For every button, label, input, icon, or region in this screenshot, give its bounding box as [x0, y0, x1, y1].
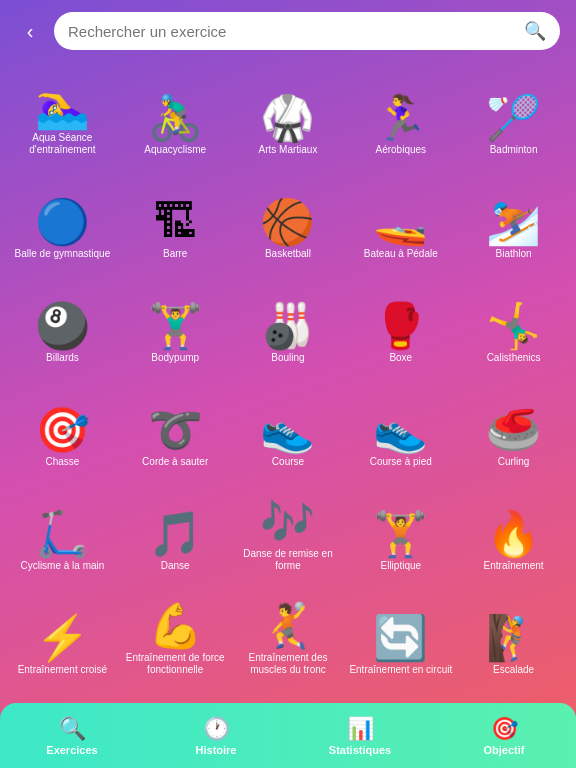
exercise-emoji: 🤾 — [260, 604, 315, 648]
exercise-label: Barre — [163, 248, 187, 260]
exercise-cell[interactable]: 🛴Cyclisme à la main — [8, 478, 117, 578]
exercise-cell[interactable]: ➰Corde à sauter — [121, 374, 230, 474]
exercise-emoji: 🧗 — [486, 616, 541, 660]
header: ‹ 🔍 — [0, 0, 576, 58]
exercise-emoji: 🚴‍♂️ — [148, 96, 203, 140]
exercise-label: Entraînement des muscles du tronc — [236, 652, 341, 676]
exercise-emoji: ⚡ — [35, 616, 90, 660]
exercise-emoji: 💪 — [148, 604, 203, 648]
exercise-label: Danse de remise en forme — [236, 548, 341, 572]
exercise-emoji: 🥊 — [373, 304, 428, 348]
nav-label-exercices: Exercices — [46, 744, 97, 756]
exercise-emoji: 🏸 — [486, 96, 541, 140]
exercise-label: Cyclisme à la main — [20, 560, 104, 572]
exercise-cell[interactable]: 🏋️‍♂️Bodypump — [121, 270, 230, 370]
exercise-label: Boxe — [389, 352, 412, 364]
bottom-navigation: 🔍Exercices🕐Histoire📊Statistiques🎯Objecti… — [0, 703, 576, 768]
exercise-label: Entraînement croisé — [18, 664, 108, 676]
exercise-cell[interactable]: 👟Course à pied — [346, 374, 455, 474]
exercise-label: Curling — [498, 456, 530, 468]
search-bar: 🔍 — [54, 12, 560, 50]
exercise-emoji: 🏗 — [153, 200, 197, 244]
exercise-emoji: 🔥 — [486, 512, 541, 556]
exercise-emoji: 🎳 — [260, 304, 315, 348]
exercise-grid: 🏊‍♀️Aqua Séance d'entraînement🚴‍♂️Aquacy… — [8, 62, 568, 682]
exercise-cell[interactable]: 🎯Chasse — [8, 374, 117, 474]
nav-icon-objectif: 🎯 — [491, 716, 518, 742]
nav-label-histoire: Histoire — [196, 744, 237, 756]
exercise-emoji: 🎱 — [35, 304, 90, 348]
exercise-emoji: 🏋️‍♂️ — [148, 304, 203, 348]
exercise-cell[interactable]: 🏗Barre — [121, 166, 230, 266]
nav-icon-exercices: 🔍 — [59, 716, 86, 742]
nav-item-exercices[interactable]: 🔍Exercices — [0, 716, 144, 756]
nav-item-objectif[interactable]: 🎯Objectif — [432, 716, 576, 756]
exercise-emoji: 🥌 — [486, 408, 541, 452]
exercise-emoji: 🏀 — [260, 200, 315, 244]
nav-label-objectif: Objectif — [484, 744, 525, 756]
exercise-emoji: 🏃‍♀️ — [373, 96, 428, 140]
exercise-emoji: 🎶 — [260, 500, 315, 544]
search-icon: 🔍 — [524, 20, 546, 42]
exercise-cell[interactable]: 🤾Entraînement des muscles du tronc — [234, 582, 343, 682]
exercise-label: Entraînement en circuit — [349, 664, 452, 676]
exercise-cell[interactable]: 🏀Basketball — [234, 166, 343, 266]
exercise-label: Billards — [46, 352, 79, 364]
exercise-cell[interactable]: 🏊‍♀️Aqua Séance d'entraînement — [8, 62, 117, 162]
exercise-cell[interactable]: ⛷️Biathlon — [459, 166, 568, 266]
exercise-label: Arts Martiaux — [259, 144, 318, 156]
exercise-label: Badminton — [490, 144, 538, 156]
exercise-label: Bateau à Pédale — [364, 248, 438, 260]
nav-label-statistiques: Statistiques — [329, 744, 391, 756]
exercise-label: Danse — [161, 560, 190, 572]
exercise-cell[interactable]: 🤸‍♂️Calisthenics — [459, 270, 568, 370]
exercise-emoji: 🏋️ — [373, 512, 428, 556]
exercise-label: Balle de gymnastique — [15, 248, 111, 260]
exercise-emoji: ⛷️ — [486, 200, 541, 244]
exercise-label: Aquacyclisme — [144, 144, 206, 156]
exercise-cell[interactable]: 🚤Bateau à Pédale — [346, 166, 455, 266]
exercise-cell[interactable]: 🥊Boxe — [346, 270, 455, 370]
exercise-cell[interactable]: 🎱Billards — [8, 270, 117, 370]
nav-item-histoire[interactable]: 🕐Histoire — [144, 716, 288, 756]
exercise-emoji: 👟 — [373, 408, 428, 452]
exercise-cell[interactable]: 🔵Balle de gymnastique — [8, 166, 117, 266]
exercise-label: Course — [272, 456, 304, 468]
exercise-label: Corde à sauter — [142, 456, 208, 468]
exercise-label: Bodypump — [151, 352, 199, 364]
exercise-emoji: 🥋 — [260, 96, 315, 140]
exercise-label: Bouling — [271, 352, 304, 364]
exercise-label: Elliptique — [380, 560, 421, 572]
nav-icon-statistiques: 📊 — [347, 716, 374, 742]
exercise-cell[interactable]: 🔥Entraînement — [459, 478, 568, 578]
exercise-emoji: 🛴 — [35, 512, 90, 556]
nav-item-statistiques[interactable]: 📊Statistiques — [288, 716, 432, 756]
exercise-label: Basketball — [265, 248, 311, 260]
exercise-label: Course à pied — [370, 456, 432, 468]
exercise-cell[interactable]: 🧗Escalade — [459, 582, 568, 682]
exercise-emoji: 🤸‍♂️ — [486, 304, 541, 348]
exercise-label: Entraînement de force fonctionnelle — [123, 652, 228, 676]
exercise-label: Chasse — [45, 456, 79, 468]
exercise-cell[interactable]: 🎶Danse de remise en forme — [234, 478, 343, 578]
exercise-emoji: 🎵 — [148, 512, 203, 556]
nav-icon-histoire: 🕐 — [203, 716, 230, 742]
search-input[interactable] — [68, 23, 516, 40]
exercise-cell[interactable]: 🏸Badminton — [459, 62, 568, 162]
exercise-emoji: 🏊‍♀️ — [35, 84, 90, 128]
exercise-cell[interactable]: ⚡Entraînement croisé — [8, 582, 117, 682]
back-button[interactable]: ‹ — [16, 20, 44, 43]
exercise-label: Entraînement — [484, 560, 544, 572]
exercise-cell[interactable]: 🥌Curling — [459, 374, 568, 474]
exercise-cell[interactable]: 🎳Bouling — [234, 270, 343, 370]
exercise-cell[interactable]: 🏋️Elliptique — [346, 478, 455, 578]
exercise-emoji: 🎯 — [35, 408, 90, 452]
exercise-cell[interactable]: 💪Entraînement de force fonctionnelle — [121, 582, 230, 682]
exercise-cell[interactable]: 🥋Arts Martiaux — [234, 62, 343, 162]
exercise-cell[interactable]: 🚴‍♂️Aquacyclisme — [121, 62, 230, 162]
exercise-cell[interactable]: 👟Course — [234, 374, 343, 474]
exercise-cell[interactable]: 🏃‍♀️Aérobiques — [346, 62, 455, 162]
exercise-label: Biathlon — [496, 248, 532, 260]
exercise-cell[interactable]: 🎵Danse — [121, 478, 230, 578]
exercise-cell[interactable]: 🔄Entraînement en circuit — [346, 582, 455, 682]
